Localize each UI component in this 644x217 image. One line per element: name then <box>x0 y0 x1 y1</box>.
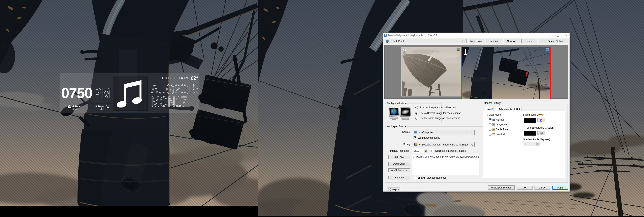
svg-text:?: ? <box>389 189 390 191</box>
